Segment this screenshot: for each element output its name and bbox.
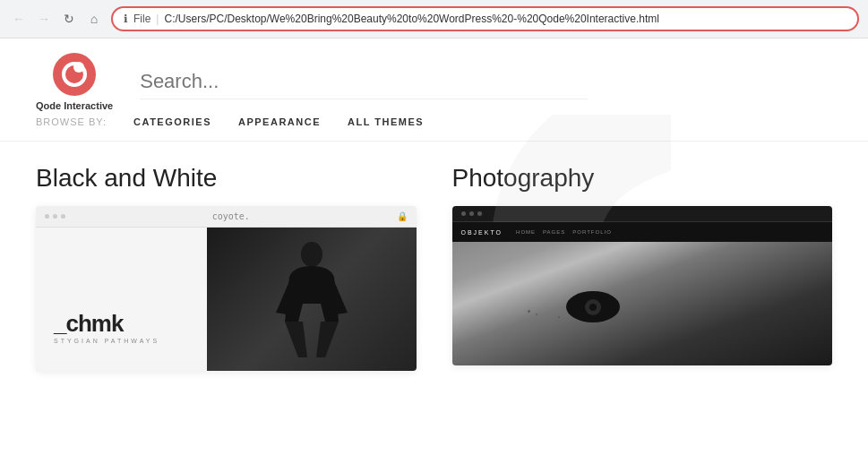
url-separator: | [156, 13, 159, 25]
svg-point-0 [53, 53, 96, 96]
card-lock-icon: 🔒 [397, 211, 408, 221]
card-screenshot-chmk: _chmk STYGIAN PATHWAYS [36, 228, 417, 371]
main-content: Black and White coyote. 🔒 [0, 142, 868, 371]
refresh-icon: ↻ [64, 12, 74, 26]
site-header: Qode Interactive [0, 39, 868, 116]
card-screenshot-photo [452, 242, 833, 365]
left-column: Black and White coyote. 🔒 [36, 164, 417, 371]
card-dot-2 [53, 214, 57, 219]
back-button[interactable]: ← [9, 9, 29, 29]
nav-categories[interactable]: CATEGORIES [133, 116, 211, 127]
browser-chrome: ← → ↻ ⌂ ℹ File | C:/Users/PC/Desktop/We%… [0, 0, 868, 39]
eye-area [566, 291, 620, 322]
info-icon: ℹ [124, 13, 128, 25]
chmk-text-area: _chmk STYGIAN PATHWAYS [54, 310, 159, 344]
home-icon: ⌂ [90, 12, 98, 26]
photo-brand: OBJEKTO [461, 229, 503, 236]
photo-nav-bar: OBJEKTO HOME PAGES PORTFOLIO [452, 222, 833, 242]
nav-buttons: ← → ↻ ⌂ [9, 9, 104, 29]
card-url: coyote. [65, 211, 397, 221]
photo-nav-links: HOME PAGES PORTFOLIO [516, 229, 612, 235]
browse-by-label: BROWSE BY: [36, 116, 107, 127]
section1-title: Black and White [36, 164, 417, 193]
theme-card-objekto[interactable]: OBJEKTO HOME PAGES PORTFOLIO [452, 206, 833, 365]
forward-icon: → [38, 12, 50, 26]
chmk-preview: _chmk STYGIAN PATHWAYS [36, 228, 417, 371]
logo-icon [52, 52, 97, 97]
address-bar[interactable]: ℹ File | C:/Users/PC/Desktop/We%20Bring%… [111, 6, 859, 31]
url-protocol: File [133, 13, 150, 25]
chmk-title: _chmk [54, 310, 159, 338]
search-input[interactable] [140, 64, 588, 99]
chmk-subtitle: STYGIAN PATHWAYS [54, 338, 159, 344]
nav-all-themes[interactable]: ALL THEMES [348, 116, 424, 127]
home-button[interactable]: ⌂ [84, 9, 104, 29]
card-dots [45, 214, 65, 219]
chmk-figure-inner [207, 228, 416, 371]
photo-nav-home: HOME [516, 229, 536, 235]
photo-nav-pages: PAGES [543, 229, 565, 235]
nav-appearance[interactable]: APPEARANCE [238, 116, 321, 127]
refresh-button[interactable]: ↻ [59, 9, 79, 29]
browser-toolbar: ← → ↻ ⌂ ℹ File | C:/Users/PC/Desktop/We%… [0, 0, 868, 38]
figure-silhouette [276, 241, 348, 357]
back-icon: ← [13, 12, 25, 26]
svg-point-3 [301, 242, 322, 267]
website-content: Qode Interactive BROWSE BY: CATEGORIES A… [0, 39, 868, 464]
card-dot-1 [45, 214, 49, 219]
theme-card-chmk[interactable]: coyote. 🔒 [36, 206, 417, 371]
forward-button[interactable]: → [34, 9, 54, 29]
url-path: C:/Users/PC/Desktop/We%20Bring%20Beauty%… [164, 13, 847, 25]
photo-bg [452, 242, 833, 365]
freckle2 [558, 316, 560, 318]
freckle1 [528, 310, 530, 313]
svg-point-2 [73, 62, 84, 73]
photo-nav-portfolio: PORTFOLIO [572, 229, 612, 235]
logo-name: Qode Interactive [36, 100, 113, 112]
logo-area: Qode Interactive [36, 52, 113, 112]
freckle3 [536, 314, 537, 315]
chmk-figure [207, 228, 416, 371]
card-browser-bar: coyote. 🔒 [36, 206, 417, 228]
search-area[interactable] [140, 64, 588, 99]
